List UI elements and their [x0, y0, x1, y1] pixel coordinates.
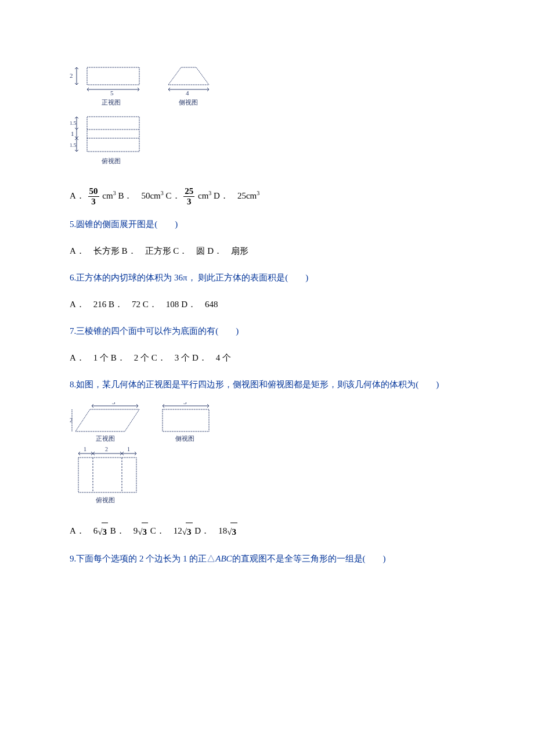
q6-opt-a: A． 216	[70, 300, 106, 309]
q8-a-rad: 3	[102, 523, 109, 541]
q8-top-label: 俯视图	[96, 496, 115, 503]
q4-a-exp: 3	[113, 190, 116, 196]
q8-c-rad: 3	[186, 523, 193, 541]
q6-options: A． 216 B． 72 C． 108 D． 648	[70, 296, 464, 313]
q6-text: 6.正方体的内切球的体积为 36π， 则此正方体的表面积是( )	[70, 269, 464, 286]
q8-dim-3b: 3	[183, 402, 187, 405]
q7-opt-c: C． 3 个	[151, 353, 190, 362]
q5-text: 5.圆锥的侧面展开图是( )	[70, 215, 464, 233]
q8-opt-a-prefix: A． 6	[70, 526, 98, 535]
q8-d-rad: 3	[230, 523, 237, 541]
q4-c-exp: 3	[208, 190, 211, 196]
q4-a-num: 50	[88, 187, 99, 197]
svg-rect-0	[87, 67, 139, 85]
q8-text: 8.如图，某几何体的正视图是平行四边形，侧视图和俯视图都是矩形，则该几何体的体积…	[70, 376, 464, 393]
q4-options: A． 50 3 cm3 B． 50cm3 C． 25 3 cm3 D． 25cm…	[70, 187, 464, 206]
q8-dim-1r: 1	[127, 446, 130, 452]
svg-rect-17	[87, 117, 139, 152]
q5-opt-a: A． 长方形	[70, 246, 120, 255]
q7-text: 7.三棱锥的四个面中可以作为底面的有( )	[70, 322, 464, 340]
svg-rect-39	[163, 409, 209, 431]
q8-opt-b-prefix: B． 9	[110, 526, 138, 535]
q6-opt-d: D． 648	[181, 300, 218, 309]
q8-dim-2h: 2	[70, 417, 73, 423]
q4-b-val: 50cm	[141, 191, 160, 200]
q8-dim-3a: 3	[112, 402, 116, 405]
q5-opt-b: B． 正方形	[122, 246, 171, 255]
q5-opt-d: D． 扇形	[207, 246, 248, 255]
q4-dim-4: 4	[186, 89, 189, 96]
q6-opt-c: C． 108	[143, 300, 179, 309]
q8-b-sqrt: √3	[138, 523, 148, 541]
q8-opt-d-prefix: D． 18	[194, 526, 227, 535]
q4-c-num: 25	[183, 187, 194, 197]
q7-options: A． 1 个 B． 2 个 C． 3 个 D． 4 个	[70, 349, 464, 366]
q4-dim-5: 5	[110, 89, 114, 96]
q8-c-sqrt: √3	[182, 523, 193, 541]
q4-opt-d-prefix: D．	[214, 191, 229, 200]
q4-opt-a-prefix: A．	[70, 191, 85, 200]
q8-b-rad: 3	[142, 523, 149, 541]
q8-dim-1l: 1	[84, 446, 86, 452]
q8-views-svg: 3 3 2 正视图 侧视图 1 2 1 俯视图	[70, 402, 232, 513]
q4-c-unit: cm	[198, 191, 208, 200]
q4-opt-c-frac: 25 3	[183, 187, 194, 206]
q8-figure: 3 3 2 正视图 侧视图 1 2 1 俯视图	[70, 402, 464, 513]
q4-c-den: 3	[183, 197, 194, 206]
svg-rect-46	[78, 458, 136, 492]
q8-d-sqrt: √3	[227, 523, 237, 541]
q4-d-exp: 3	[257, 190, 259, 196]
q4-opt-a-frac: 50 3	[88, 187, 99, 206]
q4-opt-c-prefix: C．	[166, 191, 181, 200]
q8-side-label: 侧视图	[175, 435, 194, 442]
q8-dim-2m: 2	[105, 446, 108, 452]
q8-options: A． 6√3 B． 9√3 C． 12√3 D． 18√3	[70, 522, 464, 541]
q4-b-exp: 3	[161, 190, 164, 196]
q7-opt-b: B． 2 个	[111, 353, 149, 362]
q4-dim-1: 1	[71, 130, 74, 137]
q8-opt-c-prefix: C． 12	[150, 526, 182, 535]
q9-text: 9.下面每个选项的 2 个边长为 1 的正△ABC的直观图不是全等三角形的一组是…	[70, 550, 464, 567]
q4-views-svg: 2 5 4 正视图 侧视图 1.5 1 1.5 俯视图	[70, 62, 221, 178]
q4-side-label: 侧视图	[179, 99, 198, 106]
q4-a-unit: cm	[102, 191, 113, 200]
q7-opt-a: A． 1 个	[70, 353, 109, 362]
q5-opt-c: C． 圆	[173, 246, 205, 255]
q6-opt-b: B． 72	[109, 300, 140, 309]
q4-d-val: 25cm	[237, 191, 257, 200]
q4-dim-15a: 1.5	[70, 120, 77, 126]
q8-a-sqrt: √3	[98, 523, 108, 541]
q7-opt-d: D． 4 个	[192, 353, 231, 362]
q9-abc: ABC	[215, 554, 232, 563]
q9-post: 的直观图不是全等三角形的一组是( )	[232, 554, 386, 563]
q9-pre: 9.下面每个选项的 2 个边长为 1 的正△	[70, 554, 215, 563]
q4-top-label: 俯视图	[102, 157, 121, 164]
q8-front-label: 正视图	[96, 435, 115, 442]
q4-dim-2: 2	[70, 72, 73, 79]
q4-figure: 2 5 4 正视图 侧视图 1.5 1 1.5 俯视图	[70, 62, 464, 178]
q4-dim-15b: 1.5	[70, 142, 77, 148]
q4-a-den: 3	[88, 197, 99, 206]
svg-marker-33	[75, 409, 139, 431]
q4-opt-b-prefix: B．	[118, 191, 132, 200]
svg-marker-11	[168, 67, 209, 85]
q4-front-label: 正视图	[102, 99, 121, 106]
q5-options: A． 长方形 B． 正方形 C． 圆 D． 扇形	[70, 242, 464, 260]
